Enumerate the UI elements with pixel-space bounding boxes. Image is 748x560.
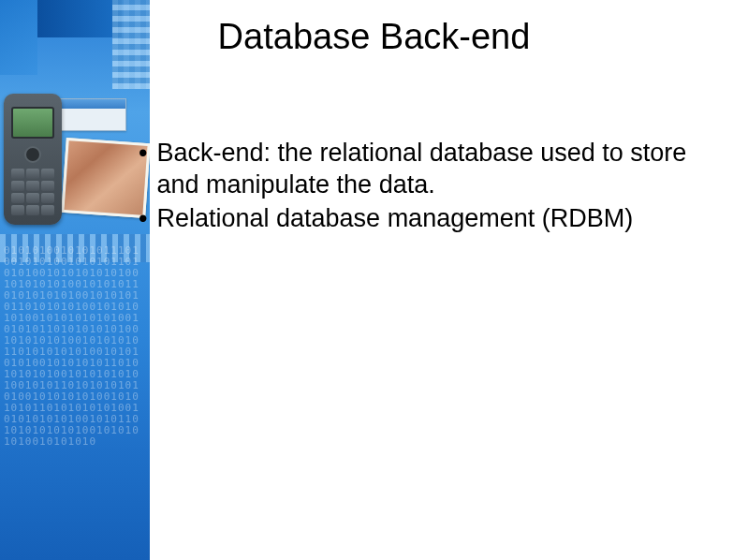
bullet-item: • Relational database management (RDBM) bbox=[139, 202, 719, 234]
bullet-item: • Back-end: the relational database used… bbox=[139, 137, 719, 200]
bullet-text: Back-end: the relational database used t… bbox=[156, 137, 719, 200]
bullet-list: • Back-end: the relational database used… bbox=[139, 137, 719, 236]
bullet-marker: • bbox=[139, 137, 147, 169]
slide-content: Database Back-end • Back-end: the relati… bbox=[0, 0, 748, 560]
bullet-text: Relational database management (RDBM) bbox=[156, 202, 633, 234]
slide-title: Database Back-end bbox=[0, 17, 748, 57]
bullet-marker: • bbox=[139, 202, 147, 234]
